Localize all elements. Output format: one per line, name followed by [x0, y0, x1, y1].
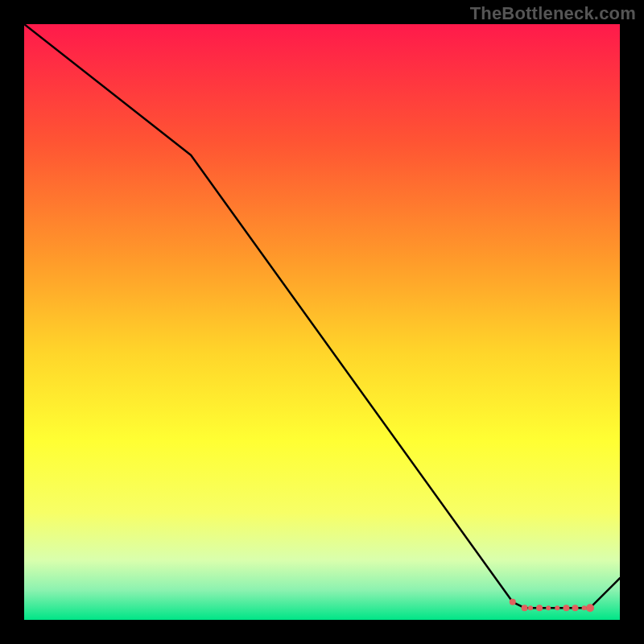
gradient-background — [24, 24, 620, 620]
marker-point — [510, 599, 516, 605]
chart-frame: TheBottleneck.com — [0, 0, 644, 644]
marker-point — [546, 605, 551, 610]
chart-svg — [24, 24, 620, 620]
marker-point — [555, 605, 559, 610]
watermark-text: TheBottleneck.com — [470, 3, 636, 24]
plot-area — [24, 24, 620, 620]
marker-point — [563, 605, 569, 611]
marker-point — [528, 605, 533, 610]
marker-point — [522, 605, 528, 611]
marker-point — [536, 605, 543, 611]
marker-point — [582, 605, 587, 610]
marker-point — [586, 604, 594, 612]
marker-point — [572, 605, 579, 611]
